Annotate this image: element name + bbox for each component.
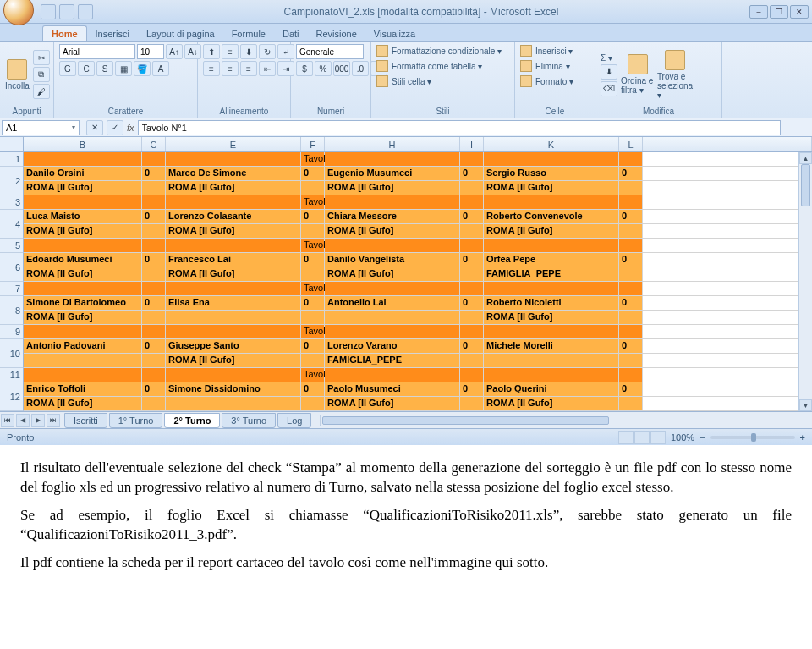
- cell-player-name[interactable]: Danilo Vangelista: [325, 253, 460, 267]
- cell-empty[interactable]: [460, 282, 484, 295]
- percent-icon[interactable]: %: [315, 61, 332, 76]
- cell-empty[interactable]: [142, 239, 166, 252]
- cell-empty[interactable]: [460, 181, 484, 195]
- cell-team[interactable]: ROMA [Il Gufo]: [484, 311, 619, 324]
- cell-player-name[interactable]: Luca Maisto: [24, 210, 142, 223]
- row-header[interactable]: 12: [0, 382, 24, 411]
- cell-empty[interactable]: [460, 368, 484, 382]
- row-header[interactable]: 2: [0, 167, 24, 195]
- cell-empty[interactable]: [325, 325, 460, 338]
- sheet-tab[interactable]: Iscritti: [64, 413, 107, 428]
- cell-empty[interactable]: [24, 282, 142, 295]
- cell-empty[interactable]: [24, 325, 142, 338]
- scroll-down-icon[interactable]: ▼: [799, 399, 812, 411]
- cell-player-name[interactable]: Eugenio Musumeci: [325, 167, 460, 180]
- cell-empty[interactable]: [142, 267, 166, 281]
- cell-empty[interactable]: [142, 368, 166, 382]
- cell-score[interactable]: 0: [301, 167, 325, 180]
- orientation-icon[interactable]: ↻: [259, 44, 276, 59]
- cell-empty[interactable]: [301, 224, 325, 238]
- cell-empty[interactable]: [619, 368, 643, 382]
- scroll-up-icon[interactable]: ▲: [799, 152, 812, 164]
- cut-icon[interactable]: ✂: [33, 50, 50, 65]
- align-top-icon[interactable]: ⬆: [203, 44, 220, 59]
- row-header[interactable]: 10: [0, 339, 24, 368]
- cell-team[interactable]: [166, 311, 301, 324]
- cell-score[interactable]: 0: [460, 339, 484, 353]
- column-header[interactable]: E: [166, 137, 301, 151]
- currency-icon[interactable]: $: [296, 61, 313, 76]
- fill-icon[interactable]: ⬇: [601, 64, 617, 80]
- cell-empty[interactable]: [619, 181, 643, 195]
- ribbon-tab-home[interactable]: Home: [42, 25, 87, 41]
- zoom-out-button[interactable]: −: [700, 432, 705, 443]
- column-header[interactable]: K: [484, 137, 619, 151]
- cell-score[interactable]: 0: [301, 296, 325, 310]
- cell-empty[interactable]: [619, 354, 643, 367]
- cell-team[interactable]: ROMA [Il Gufo]: [325, 267, 460, 281]
- cell-score[interactable]: 0: [619, 253, 643, 267]
- zoom-in-button[interactable]: +: [800, 432, 805, 443]
- row-header[interactable]: 1: [0, 152, 24, 167]
- cell-empty[interactable]: [301, 397, 325, 410]
- cell-score[interactable]: 0: [301, 253, 325, 267]
- cell-player-name[interactable]: Danilo Orsini: [24, 167, 142, 180]
- cell-score[interactable]: 0: [301, 382, 325, 396]
- cell-empty[interactable]: [325, 282, 460, 295]
- cell-empty[interactable]: [619, 267, 643, 281]
- cell-empty[interactable]: [142, 181, 166, 195]
- cell-empty[interactable]: [619, 152, 643, 166]
- cell-team[interactable]: ROMA [Il Gufo]: [325, 397, 460, 410]
- cell-team[interactable]: ROMA [Il Gufo]: [166, 181, 301, 195]
- cell-team[interactable]: ROMA [Il Gufo]: [484, 397, 619, 410]
- formula-input[interactable]: [138, 120, 781, 135]
- cell-empty[interactable]: [325, 368, 460, 382]
- qat-save-icon[interactable]: [41, 4, 56, 19]
- align-middle-icon[interactable]: ≡: [222, 44, 239, 59]
- column-header[interactable]: I: [460, 137, 484, 151]
- select-all-button[interactable]: [0, 137, 24, 151]
- ribbon-tab-layout-di-pagina[interactable]: Layout di pagina: [138, 26, 223, 41]
- column-header[interactable]: L: [619, 137, 643, 151]
- cell-team[interactable]: ROMA [Il Gufo]: [24, 224, 142, 238]
- cell-empty[interactable]: [484, 152, 619, 166]
- cell-table-title[interactable]: Tavolo N°4: [301, 282, 325, 295]
- row-header[interactable]: 3: [0, 195, 24, 210]
- cell-empty[interactable]: [460, 195, 484, 209]
- close-button[interactable]: ✕: [790, 5, 809, 19]
- cell-table-title[interactable]: Tavolo N°6: [301, 368, 325, 382]
- cell-team[interactable]: ROMA [Il Gufo]: [24, 267, 142, 281]
- italic-button[interactable]: C: [78, 61, 95, 76]
- row-header[interactable]: 9: [0, 325, 24, 339]
- cell-team[interactable]: ROMA [Il Gufo]: [166, 267, 301, 281]
- cell-table-title[interactable]: Tavolo N°5: [301, 325, 325, 338]
- format-table-button[interactable]: Formatta come tabella ▾: [376, 59, 482, 73]
- cell-empty[interactable]: [484, 368, 619, 382]
- align-right-icon[interactable]: ≡: [240, 61, 257, 76]
- fill-color-icon[interactable]: 🪣: [134, 61, 151, 76]
- cell-empty[interactable]: [301, 181, 325, 195]
- sheet-tab[interactable]: 3° Turno: [222, 413, 276, 428]
- cell-table-title[interactable]: Tavolo N°2: [301, 195, 325, 209]
- cell-empty[interactable]: [460, 397, 484, 410]
- cell-empty[interactable]: [619, 311, 643, 324]
- restore-button[interactable]: ❐: [770, 5, 788, 19]
- cell-empty[interactable]: [166, 325, 301, 338]
- cell-empty[interactable]: [24, 368, 142, 382]
- row-header[interactable]: 4: [0, 210, 24, 239]
- cell-player-name[interactable]: Sergio Russo: [484, 167, 619, 180]
- column-header[interactable]: F: [301, 137, 325, 151]
- align-left-icon[interactable]: ≡: [203, 61, 220, 76]
- cell-player-name[interactable]: Enrico Toffoli: [24, 382, 142, 396]
- cell-player-name[interactable]: Marco De Simone: [166, 167, 301, 180]
- border-icon[interactable]: ▦: [115, 61, 132, 76]
- cell-score[interactable]: 0: [460, 167, 484, 180]
- cell-empty[interactable]: [460, 267, 484, 281]
- cell-team[interactable]: ROMA [Il Gufo]: [24, 181, 142, 195]
- cell-score[interactable]: 0: [142, 210, 166, 223]
- row-header[interactable]: 5: [0, 239, 24, 253]
- cell-empty[interactable]: [166, 368, 301, 382]
- cell-empty[interactable]: [460, 239, 484, 252]
- cell-empty[interactable]: [142, 224, 166, 238]
- cell-player-name[interactable]: Chiara Messore: [325, 210, 460, 223]
